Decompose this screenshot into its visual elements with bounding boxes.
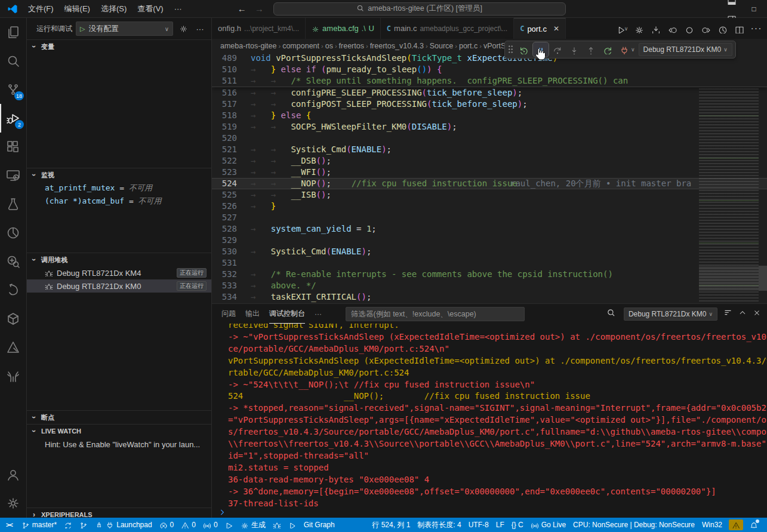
status-sync[interactable] bbox=[61, 518, 75, 531]
panel-tab-问题[interactable]: 问题 bbox=[221, 304, 236, 324]
status-source-control-alt[interactable] bbox=[76, 518, 91, 531]
debug-console-output[interactable]: received signal SIGINT, Interrupt.-> ~"v… bbox=[212, 324, 767, 507]
step-into-button[interactable] bbox=[566, 42, 582, 57]
toolbar-drag-handle[interactable] bbox=[508, 45, 513, 54]
maximize-panel-icon[interactable] bbox=[738, 309, 747, 319]
source-control-icon[interactable]: 18 bbox=[0, 75, 26, 104]
peripheral-viewer-icon[interactable] bbox=[0, 247, 26, 276]
code-line[interactable]: 520 bbox=[212, 133, 767, 144]
pause-button[interactable] bbox=[533, 42, 549, 57]
code-line[interactable]: 517→ → configPOST_SLEEP_PROCESSING(tick_… bbox=[212, 99, 767, 110]
flash-download-icon[interactable] bbox=[649, 21, 663, 36]
code-line[interactable]: 526→ } bbox=[212, 201, 767, 212]
breadcrumb-item-ameba-rtos-gitee[interactable]: ameba-rtos-gitee bbox=[220, 42, 277, 50]
extensions-icon[interactable] bbox=[0, 133, 26, 161]
breadcrumb-item-os[interactable]: os bbox=[325, 42, 333, 50]
watch-expression[interactable]: (char *)atcmd_buf = 不可用 bbox=[27, 195, 211, 208]
pie-timer-icon[interactable] bbox=[0, 219, 26, 247]
menu-查看(V)[interactable]: 查看(V) bbox=[132, 4, 168, 13]
restart-button[interactable] bbox=[600, 42, 615, 57]
tab-main.c[interactable]: Cmain.camebadplus_gcc_project\... bbox=[381, 18, 514, 39]
section-header-xperipherals[interactable]: ›XPERIPHERALS bbox=[27, 508, 211, 518]
menu-文件(F)[interactable]: 文件(F) bbox=[23, 4, 59, 13]
status-branch[interactable]: master* bbox=[19, 518, 60, 531]
menu-选择(S)[interactable]: 选择(S) bbox=[96, 4, 132, 13]
editor-scrollbar[interactable] bbox=[759, 266, 767, 291]
status-remote[interactable]: >< bbox=[0, 518, 17, 531]
console-filter-input[interactable] bbox=[346, 307, 525, 321]
debug-session-select[interactable]: Debug RTL8721Dx KM0∨ bbox=[639, 43, 732, 56]
callstack-session[interactable]: Debug RTL8721Dx KM0正在运行 bbox=[27, 279, 211, 293]
status-secure-state[interactable]: CPU: NonSecure | Debug: NonSecure bbox=[570, 518, 698, 531]
code-line[interactable]: 528→ system_can_yield = 1; bbox=[212, 223, 767, 235]
nav-back-circle-icon[interactable] bbox=[666, 21, 680, 36]
split-editor-icon[interactable] bbox=[732, 21, 747, 36]
code-line[interactable]: 527 bbox=[212, 212, 767, 223]
code-line[interactable]: 531 bbox=[212, 257, 767, 269]
breadcrumb-item-freertos[interactable]: freertos bbox=[339, 42, 364, 50]
maximize-button[interactable]: □ bbox=[741, 0, 767, 18]
config-gear-icon[interactable] bbox=[632, 21, 646, 36]
status-errors[interactable]: 0 bbox=[156, 518, 177, 531]
status-cursor-position[interactable]: 行 524, 列 1 bbox=[369, 518, 413, 531]
step-over-button[interactable] bbox=[550, 42, 565, 57]
tab-onfig.h[interactable]: onfig.h...\project_km4\... bbox=[212, 18, 306, 39]
disconnect-button[interactable] bbox=[617, 42, 632, 57]
status-run[interactable] bbox=[285, 518, 300, 531]
console-prompt[interactable] bbox=[212, 507, 767, 518]
status-ports[interactable]: 0 bbox=[200, 518, 221, 531]
more-actions-icon[interactable]: ··· bbox=[193, 22, 207, 35]
status-git-graph[interactable]: Git Graph bbox=[301, 518, 338, 531]
nav-back-icon[interactable]: ← bbox=[238, 4, 247, 14]
status-tab-size[interactable]: 制表符长度: 4 bbox=[414, 518, 464, 531]
run-config-dropdown[interactable]: ▷ 没有配置 ∨ bbox=[76, 21, 173, 36]
panel-tab-输出[interactable]: 输出 bbox=[245, 304, 260, 324]
status-bug[interactable] bbox=[270, 518, 284, 531]
status-warning-badge[interactable] bbox=[729, 519, 743, 530]
code-line[interactable]: 524→ → __NOP(); //fix cpu fused instruct… bbox=[212, 178, 767, 189]
breadcrumb-item-Source[interactable]: Source bbox=[430, 42, 454, 50]
watch-expression[interactable]: at_printf_mutex = 不可用 bbox=[27, 182, 211, 195]
cmake-tool-icon[interactable] bbox=[0, 333, 26, 362]
status-eol[interactable]: LF bbox=[493, 518, 507, 531]
code-line[interactable]: 522→ → __DSB(); bbox=[212, 155, 767, 167]
status-build[interactable]: 生成 bbox=[238, 518, 269, 531]
status-encoding[interactable]: UTF-8 bbox=[466, 518, 492, 531]
reset-device-button[interactable] bbox=[516, 42, 532, 57]
search-icon[interactable] bbox=[0, 47, 26, 75]
explorer-icon[interactable] bbox=[0, 18, 26, 47]
panel-more-icon[interactable]: ··· bbox=[315, 304, 322, 324]
code-line[interactable]: 519→ → SOCPS_HWSleepFilter_KM0(DISABLE); bbox=[212, 121, 767, 133]
tab-ameba.cfg[interactable]: ameba.cfg.\U bbox=[306, 18, 381, 39]
code-line[interactable]: 525→ → __ISB(); bbox=[212, 189, 767, 201]
minimap-viewport[interactable] bbox=[699, 266, 759, 291]
code-editor[interactable]: 489void vPortSuppressTicksAndSleep(TickT… bbox=[212, 53, 767, 303]
accounts-icon[interactable] bbox=[0, 460, 26, 489]
debug-settings-gear-icon[interactable] bbox=[177, 22, 190, 35]
toggle-panel-icon[interactable] bbox=[723, 0, 741, 9]
status-notifications[interactable] bbox=[747, 518, 761, 531]
nav-forward-circle-icon[interactable] bbox=[699, 21, 713, 36]
testing-icon[interactable] bbox=[0, 190, 26, 219]
filter-lines-icon[interactable] bbox=[723, 308, 732, 319]
section-header-callstack[interactable]: ›调用堆栈 bbox=[27, 253, 211, 266]
code-line[interactable]: 530→ Systick_Cmd(ENABLE); bbox=[212, 246, 767, 257]
code-line[interactable]: 533→ above. */ bbox=[212, 280, 767, 291]
panel-tab-调试控制台[interactable]: 调试控制台 bbox=[269, 304, 305, 324]
remote-explorer-icon[interactable] bbox=[0, 161, 26, 190]
hook-tool-icon[interactable] bbox=[0, 276, 26, 305]
status-warnings[interactable]: 0 bbox=[178, 518, 199, 531]
code-line[interactable]: 516→ → configPRE_SLEEP_PROCESSING(tick_b… bbox=[212, 87, 767, 99]
package-tool-icon[interactable] bbox=[0, 305, 26, 333]
start-debug-icon[interactable]: ▷ bbox=[80, 25, 85, 33]
section-header-livewatch[interactable]: ›LIVE WATCH bbox=[27, 425, 211, 438]
status-debug-start[interactable] bbox=[222, 518, 236, 531]
breadcrumb-item-freertos_v10.4.3[interactable]: freertos_v10.4.3 bbox=[370, 42, 424, 50]
code-line[interactable]: 510→ } else if (pmu_ready_to_sleep()) { bbox=[212, 64, 767, 75]
section-header-breakpoints[interactable]: ›断点 bbox=[27, 411, 211, 424]
menu-···[interactable]: ··· bbox=[169, 4, 187, 13]
close-panel-icon[interactable] bbox=[753, 309, 761, 319]
command-center[interactable]: ameba-rtos-gitee (工作区) [管理员] bbox=[273, 2, 566, 16]
breadcrumb-item-port.c[interactable]: port.c bbox=[459, 42, 478, 50]
section-header-variables[interactable]: ›变量 bbox=[27, 40, 211, 53]
